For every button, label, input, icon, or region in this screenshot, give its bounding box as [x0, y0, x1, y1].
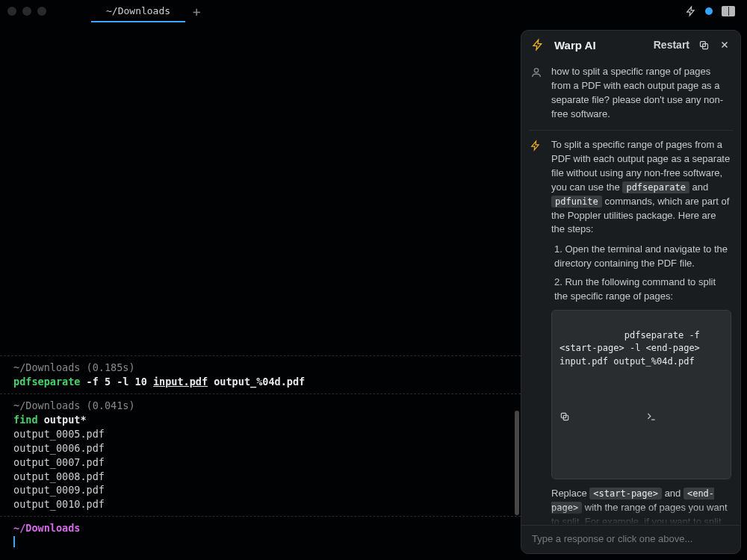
prompt-context: ~/Downloads (0.041s) — [13, 399, 507, 413]
output-line: output_0006.pdf — [13, 441, 507, 455]
assistant-avatar-icon — [530, 138, 544, 525]
scrollbar-thumb[interactable] — [515, 411, 519, 515]
ai-header: Warp AI Restart — [521, 31, 740, 57]
command-line: pdfseparate -f 5 -l 10 input.pdf output_… — [13, 375, 507, 389]
ai-input-placeholder: Type a response or click one above... — [532, 533, 692, 544]
close-window-icon[interactable] — [7, 7, 16, 16]
bolt-icon[interactable] — [686, 5, 696, 17]
minimize-window-icon[interactable] — [22, 7, 31, 16]
user-message-text: how to split a specific range of pages f… — [551, 65, 731, 121]
active-prompt[interactable]: ~/Downloads — [13, 521, 507, 550]
tab-downloads[interactable]: ~/Downloads — [91, 0, 185, 22]
close-icon[interactable] — [718, 38, 731, 52]
command-block-1[interactable]: ~/Downloads (0.185s) pdfseparate -f 5 -l… — [13, 361, 507, 389]
ai-title: Warp AI — [554, 39, 646, 52]
zoom-window-icon[interactable] — [37, 7, 46, 16]
step-2: 2. Run the following command to split th… — [554, 276, 731, 304]
run-code-icon[interactable] — [645, 386, 724, 449]
tab-label: ~/Downloads — [106, 5, 170, 16]
command-block-2[interactable]: ~/Downloads (0.041s) find output* output… — [13, 399, 507, 511]
terminal-pane[interactable]: ~/Downloads (0.185s) pdfseparate -f 5 -l… — [0, 22, 521, 560]
assistant-message: To split a specific range of pages from … — [529, 130, 733, 525]
output-line: output_0008.pdf — [13, 470, 507, 484]
output-line: output_0005.pdf — [13, 427, 507, 441]
ai-input[interactable]: Type a response or click one above... — [521, 525, 740, 553]
prompt-context: ~/Downloads (0.185s) — [13, 361, 507, 375]
code-inline: pdfunite — [551, 196, 602, 208]
user-message: how to split a specific range of pages f… — [529, 57, 733, 130]
output-line: output_0010.pdf — [13, 497, 507, 511]
status-dot-icon — [705, 7, 713, 15]
code-inline: pdfseparate — [622, 181, 689, 193]
output-line: output_0007.pdf — [13, 455, 507, 470]
user-avatar-icon — [530, 65, 544, 121]
restart-button[interactable]: Restart — [654, 39, 689, 51]
step-1: 1. Open the terminal and navigate to the… — [554, 243, 731, 271]
code-block-text: pdfseparate -f <start-page> -l <end-page… — [560, 330, 705, 367]
svg-point-2 — [534, 69, 538, 72]
assistant-replace-text: Replace <start-page> and <end-page> with… — [551, 487, 731, 525]
cwd-prompt: ~/Downloads — [13, 521, 507, 535]
copy-icon[interactable] — [697, 38, 710, 52]
cursor-icon — [13, 536, 15, 547]
code-block[interactable]: pdfseparate -f <start-page> -l <end-page… — [551, 310, 731, 479]
titlebar: ~/Downloads + — [0, 0, 747, 22]
output-line: output_0009.pdf — [13, 483, 507, 497]
window-controls[interactable] — [7, 7, 46, 16]
command-line: find output* — [13, 413, 507, 427]
bolt-icon — [532, 38, 544, 52]
new-tab-button[interactable]: + — [185, 0, 208, 22]
split-pane-icon[interactable] — [722, 6, 735, 16]
ai-conversation[interactable]: how to split a specific range of pages f… — [521, 57, 740, 525]
assistant-intro: To split a specific range of pages from … — [551, 138, 731, 237]
copy-code-icon[interactable] — [560, 386, 638, 449]
ai-panel: Warp AI Restart how to split a specific … — [521, 30, 741, 554]
